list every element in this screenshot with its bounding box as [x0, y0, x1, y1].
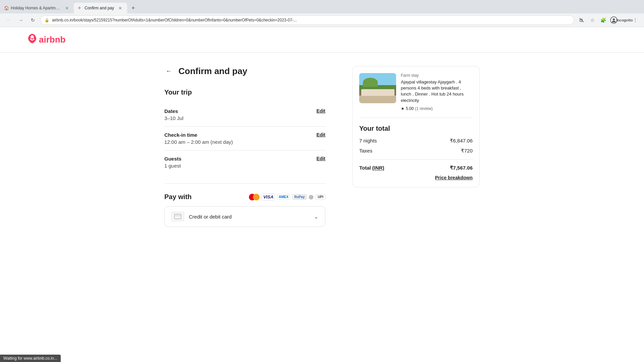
checkin-edit-button[interactable]: Edit [317, 132, 325, 137]
price-section: Your total 7 nights ₹6,847.06 Taxes ₹720… [359, 125, 473, 180]
section-divider [164, 183, 325, 184]
price-divider [359, 159, 473, 160]
back-nav-button[interactable]: ← [4, 15, 13, 25]
extensions-icon[interactable]: 🧩 [598, 15, 608, 25]
status-text: Waiting for www.airbnb.co.in... [3, 356, 57, 361]
back-arrow-icon: ← [166, 68, 172, 75]
airbnb-header: airbnb [0, 27, 644, 53]
guests-left: Guests 1 guest [164, 156, 181, 169]
currency-label: (INR) [372, 165, 384, 171]
property-card-top: Farm stay Ajaypal villagestay Ajaygarh .… [359, 73, 473, 118]
tab-2-favicon: ✈ [78, 6, 83, 10]
guests-value: 1 guest [164, 163, 181, 169]
trip-section-title: Your trip [164, 88, 325, 96]
dates-edit-button[interactable]: Edit [317, 108, 325, 114]
pay-section-title: Pay with [164, 193, 192, 201]
chevron-down-icon: ⌄ [314, 214, 318, 220]
amex-icon: AMEX [277, 194, 290, 200]
url-text: airbnb.co.in/book/stays/52159215?numberO… [52, 18, 570, 22]
dates-value: 3–10 Jul [164, 115, 183, 121]
left-column: ← Confirm and pay Your trip Dates 3–10 J… [164, 66, 325, 227]
incognito-button[interactable]: Incognito [620, 15, 629, 25]
nights-label: 7 nights [359, 138, 377, 143]
right-column: Farm stay Ajaypal villagestay Ajaygarh .… [352, 66, 480, 227]
property-card: Farm stay Ajaypal villagestay Ajaygarh .… [352, 66, 480, 187]
tab-bar: 🏠 Holiday Homes & Apartment Re... ✕ ✈ Co… [0, 0, 644, 13]
payment-method-label: Credit or debit card [189, 214, 232, 220]
guests-row: Guests 1 guest Edit [164, 150, 325, 174]
airbnb-logo[interactable]: airbnb [27, 33, 617, 46]
upi-icon: UPI [316, 194, 325, 200]
page-content: airbnb ← Confirm and pay Your trip Dates [0, 27, 644, 362]
forward-nav-button[interactable]: → [16, 15, 25, 25]
main-content: ← Confirm and pay Your trip Dates 3–10 J… [138, 53, 506, 240]
svg-point-3 [613, 18, 615, 20]
tab-1-favicon: 🏠 [4, 6, 9, 10]
bookmark-icon[interactable]: ☆ [588, 15, 597, 25]
taxes-value: ₹720 [461, 148, 473, 154]
dates-left: Dates 3–10 Jul [164, 108, 183, 121]
back-button[interactable]: ← [164, 66, 173, 76]
menu-button[interactable]: ⋮ [631, 15, 640, 25]
browser-chrome: 🏠 Holiday Homes & Apartment Re... ✕ ✈ Co… [0, 0, 644, 27]
tab-1[interactable]: 🏠 Holiday Homes & Apartment Re... ✕ [0, 3, 74, 13]
nights-value: ₹6,847.06 [450, 138, 473, 144]
tab-2-title: Confirm and pay [85, 6, 114, 10]
payment-icons: VISA AMEX RuPay ⊛ UPI [249, 193, 325, 201]
payment-method-left: Credit or debit card [171, 212, 232, 221]
tab-2-close[interactable]: ✕ [117, 5, 123, 11]
price-section-title: Your total [359, 125, 473, 132]
checkin-row: Check-in time 12:00 am – 2:00 am (next d… [164, 127, 325, 150]
property-rating: ★ 5.00 (1 review) [401, 106, 473, 111]
pay-section: Pay with VISA AMEX RuPay [164, 193, 325, 227]
svg-rect-4 [174, 214, 181, 219]
camera-off-icon[interactable] [577, 15, 586, 25]
payment-method-card[interactable]: Credit or debit card ⌄ [164, 206, 325, 227]
address-bar[interactable]: 🔒 airbnb.co.in/book/stays/52159215?numbe… [40, 15, 574, 25]
price-breakdown-link[interactable]: Price breakdown [359, 175, 473, 180]
airbnb-logo-text: airbnb [39, 35, 65, 45]
trip-section: Your trip Dates 3–10 Jul Edit Check-in t… [164, 88, 325, 174]
taxes-label: Taxes [359, 148, 372, 154]
pay-section-header: Pay with VISA AMEX RuPay [164, 193, 325, 201]
mastercard-icon [249, 194, 260, 200]
checkin-left: Check-in time 12:00 am – 2:00 am (next d… [164, 132, 233, 145]
rating-value: 5.00 [406, 106, 414, 111]
address-bar-row: ← → ↻ 🔒 airbnb.co.in/book/stays/52159215… [0, 13, 644, 27]
visa-icon: VISA [262, 193, 275, 200]
total-text: Total [359, 165, 371, 171]
property-type: Farm stay [401, 73, 473, 78]
property-image-scene [359, 73, 396, 103]
credit-card-icon [171, 212, 184, 221]
page-heading-row: ← Confirm and pay [164, 66, 325, 76]
star-icon: ★ [401, 106, 405, 111]
total-label: Total (INR) [359, 165, 384, 171]
tab-2[interactable]: ✈ Confirm and pay ✕ [74, 3, 127, 13]
dates-label: Dates [164, 108, 183, 114]
reload-button[interactable]: ↻ [28, 15, 38, 25]
checkin-value: 12:00 am – 2:00 am (next day) [164, 139, 233, 145]
guests-edit-button[interactable]: Edit [317, 156, 325, 161]
airbnb-logo-icon [27, 33, 38, 46]
total-row: Total (INR) ₹7,567.06 [359, 165, 473, 171]
tab-1-close[interactable]: ✕ [64, 5, 70, 11]
property-name: Ajaypal villagestay Ajaygarh . 4 persons… [401, 79, 473, 104]
diners-icon: ⊛ [309, 193, 314, 201]
page-title: Confirm and pay [178, 66, 247, 76]
total-value: ₹7,567.06 [450, 165, 473, 171]
review-count: (1 review) [415, 106, 433, 111]
checkin-label: Check-in time [164, 132, 233, 138]
svg-rect-5 [174, 215, 181, 216]
taxes-row: Taxes ₹720 [359, 148, 473, 154]
new-tab-button[interactable]: + [128, 3, 138, 13]
property-info: Farm stay Ajaypal villagestay Ajaygarh .… [401, 73, 473, 111]
toolbar-icons: ☆ 🧩 Incognito ⋮ [577, 15, 640, 25]
nights-price-row: 7 nights ₹6,847.06 [359, 138, 473, 144]
status-bar: Waiting for www.airbnb.co.in... [0, 355, 61, 362]
property-image [359, 73, 396, 103]
guests-label: Guests [164, 156, 181, 162]
rupay-icon: RuPay [292, 194, 307, 200]
dates-row: Dates 3–10 Jul Edit [164, 103, 325, 127]
lock-icon: 🔒 [45, 18, 49, 22]
tab-1-title: Holiday Homes & Apartment Re... [11, 6, 61, 10]
